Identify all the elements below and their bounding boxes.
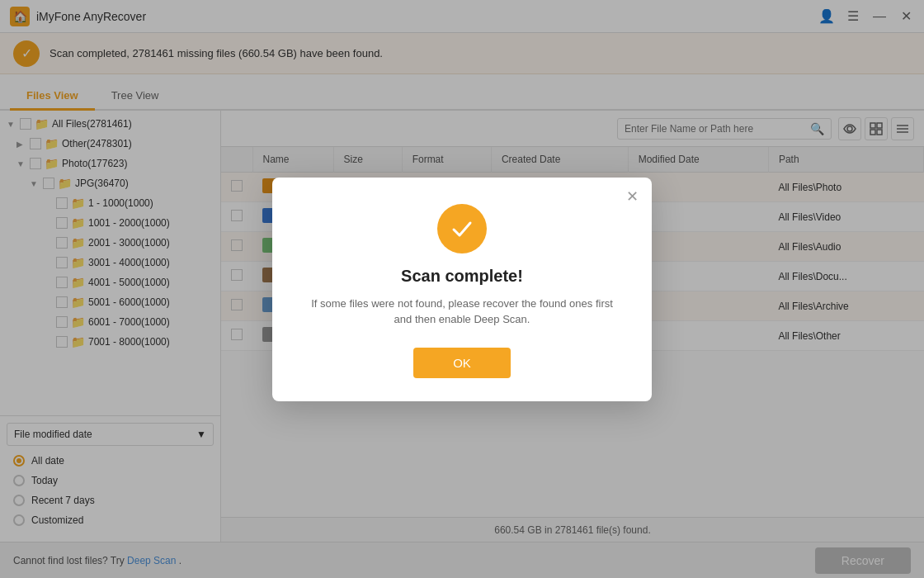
dialog-body: If some files were not found, please rec… — [305, 296, 619, 328]
overlay: ✕ Scan complete! If some files were not … — [0, 0, 924, 578]
dialog-title: Scan complete! — [401, 267, 523, 286]
scan-complete-dialog: ✕ Scan complete! If some files were not … — [272, 178, 652, 401]
dialog-ok-button[interactable]: OK — [413, 348, 511, 378]
dialog-close-button[interactable]: ✕ — [626, 187, 639, 206]
dialog-success-icon — [437, 204, 487, 253]
